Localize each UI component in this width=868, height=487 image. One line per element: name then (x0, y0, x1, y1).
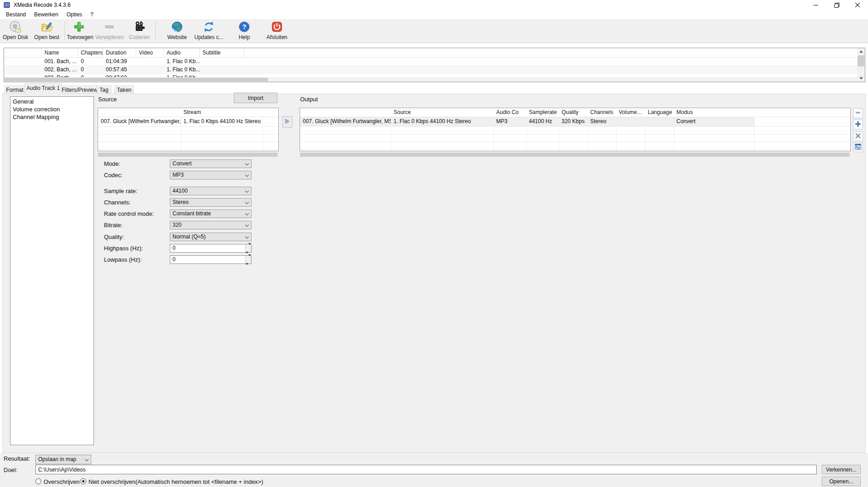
vscrollbar-thumb[interactable] (858, 55, 864, 66)
list-item-general[interactable]: General (10, 98, 94, 105)
list-item-channel-mapping[interactable]: Channel Mapping (10, 113, 94, 121)
codec-select[interactable]: MP3 (170, 171, 252, 179)
tab-taken[interactable]: Taken (114, 85, 134, 94)
tab-filters-preview[interactable]: Filters/Preview (61, 85, 97, 94)
tab-audio-track-1[interactable]: Audio Track 1 (25, 83, 62, 94)
output-hscrollbar[interactable] (300, 152, 851, 157)
track-add-button[interactable] (853, 119, 863, 129)
channels-label: Channels: (104, 199, 131, 206)
close-button[interactable] (847, 0, 868, 10)
spin-down-icon (248, 243, 251, 251)
scroll-down-icon[interactable] (857, 75, 865, 82)
no-overwrite-radio[interactable] (80, 478, 86, 484)
open-disk-button[interactable]: Open Disk (1, 20, 30, 41)
overwrite-radio[interactable] (35, 478, 41, 484)
sample-rate-label: Sample rate: (104, 188, 138, 194)
source-hscrollbar[interactable] (98, 152, 279, 157)
file-row-3[interactable]: 003. Bach, ... 0 00:47:03 1. Flac 0 Kb..… (4, 74, 857, 77)
source-column-stream[interactable]: Stream (181, 108, 262, 117)
plus-icon (73, 20, 85, 33)
open-destination-button[interactable]: Openen... (822, 477, 861, 486)
output-table: Source Audio Co Samplerate Quality Chann… (300, 108, 851, 151)
website-button[interactable]: Website (162, 20, 192, 41)
tab-format[interactable]: Format (5, 85, 25, 94)
track-clear-button[interactable] (853, 131, 863, 141)
output-column-samplerate[interactable]: Samplerate (526, 108, 559, 117)
no-overwrite-radio-label[interactable]: Niet overschrijven(Automatisch hernoemen… (89, 478, 263, 485)
power-icon (271, 20, 283, 33)
output-hscrollbar-thumb[interactable] (300, 153, 849, 157)
mode-label: Mode: (104, 160, 120, 167)
audio-settings-list: General Volume correction Channel Mappin… (10, 96, 94, 445)
grid-icon (854, 143, 862, 152)
file-row-1[interactable]: 001. Bach, ... 0 01:04:39 1. Flac 0 Kb..… (4, 58, 857, 66)
x-icon (854, 132, 862, 141)
bitrate-select[interactable]: 320 (170, 221, 252, 229)
column-duration[interactable]: Duration (103, 48, 136, 57)
output-column-modus[interactable]: Modus (674, 108, 754, 117)
sample-rate-select[interactable]: 44100 (170, 187, 252, 195)
toolbar-separator (155, 22, 156, 40)
encode-camera-icon (133, 20, 146, 33)
minimize-button[interactable] (805, 0, 826, 10)
menu-bestand[interactable]: Bestand (2, 10, 30, 19)
window-title: XMedia Recode 3.4.3.6 (14, 2, 70, 8)
menu-help[interactable]: ? (86, 10, 98, 19)
menu-opties[interactable]: Opties (62, 10, 86, 19)
output-column-volume[interactable]: Volume... (616, 108, 645, 117)
column-name[interactable]: Name (42, 48, 78, 57)
column-subtitle[interactable]: Subtitle (200, 48, 244, 57)
plus-icon (854, 120, 862, 129)
output-column-language[interactable]: Language (645, 108, 674, 117)
highpass-spinner[interactable]: 0 (170, 244, 252, 253)
open-file-button[interactable]: Open best (32, 20, 62, 41)
output-column-channels[interactable]: Channels (587, 108, 616, 117)
column-chapters[interactable]: Chapters (78, 48, 103, 57)
tab-tag[interactable]: Tag (97, 85, 111, 94)
folder-icon (40, 20, 53, 33)
chevron-down-icon (245, 173, 249, 177)
hscrollbar-thumb[interactable] (5, 78, 268, 81)
transfer-arrow-button[interactable] (282, 116, 292, 128)
file-list-vscrollbar[interactable] (857, 48, 865, 82)
disc-icon (9, 20, 22, 33)
column-audio[interactable]: Audio (164, 48, 200, 57)
output-row-selected[interactable]: 007. Gluck [Wilhelm Furtwangler, MS... 1… (300, 117, 850, 126)
output-label: Output (300, 96, 318, 103)
spinner-buttons[interactable] (245, 256, 251, 263)
browse-button[interactable]: Verkennen... (822, 465, 861, 474)
arrow-right-icon (285, 119, 290, 125)
refresh-icon (202, 20, 215, 33)
file-list-hscrollbar[interactable] (4, 77, 857, 82)
scroll-up-icon[interactable] (857, 48, 865, 55)
help-button[interactable]: ? Help (234, 20, 255, 41)
restore-button[interactable] (826, 0, 847, 10)
output-column-audio-codec[interactable]: Audio Co (493, 108, 526, 117)
output-column-source[interactable]: Source (391, 108, 493, 117)
apply-to-all-button[interactable] (853, 142, 863, 152)
rate-control-select[interactable]: Constant bitrate (170, 209, 252, 218)
track-remove-button[interactable] (853, 108, 863, 118)
channels-select[interactable]: Stereo (170, 198, 252, 207)
quality-select[interactable]: Normal (Q=5) (170, 233, 252, 241)
result-select[interactable]: Opslaan in map (35, 455, 91, 464)
updates-button[interactable]: Updates c... (193, 20, 225, 41)
chevron-down-icon (245, 200, 249, 204)
menu-bewerken[interactable]: Bewerken (30, 10, 62, 19)
source-hscrollbar-thumb[interactable] (98, 153, 277, 157)
spinner-buttons[interactable] (245, 244, 251, 252)
exit-button[interactable]: Afsluiten (262, 20, 292, 41)
add-button[interactable]: Toevoegen (67, 20, 91, 41)
mode-select[interactable]: Convert (170, 159, 252, 168)
list-item-volume-correction[interactable]: Volume correction (10, 105, 94, 113)
column-select[interactable] (4, 48, 42, 57)
overwrite-radio-label[interactable]: Overschrijven (44, 478, 79, 485)
file-row-2[interactable]: 002. Bach, ... 0 00:57:45 1. Flac 0 Kb..… (4, 66, 857, 74)
lowpass-spinner[interactable]: 0 (170, 255, 252, 264)
output-column-quality[interactable]: Quality (559, 108, 587, 117)
source-row[interactable]: 007. Gluck [Wilhelm Furtwangler,... 1. F… (98, 117, 278, 126)
minus-icon (103, 20, 116, 33)
destination-input[interactable] (35, 465, 817, 474)
import-button[interactable]: Import (234, 93, 277, 103)
column-video[interactable]: Video (136, 48, 164, 57)
